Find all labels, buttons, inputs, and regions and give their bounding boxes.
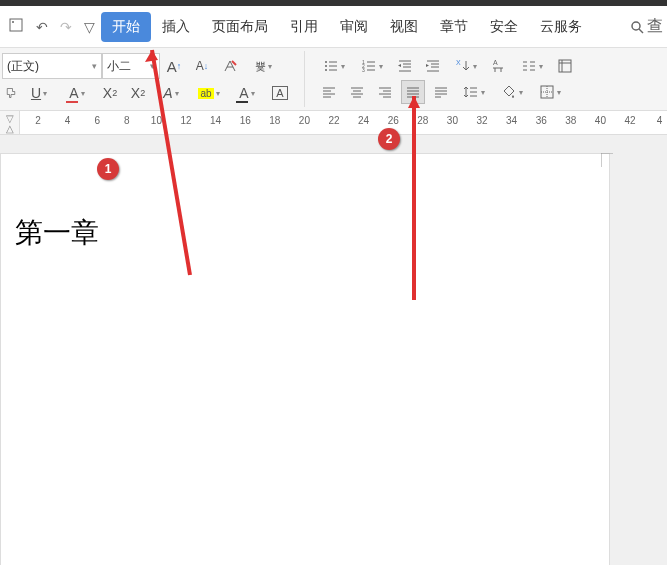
title-bar-left (0, 0, 190, 6)
sort-button[interactable]: X (449, 54, 483, 78)
ruler-tick-label: 18 (269, 115, 280, 126)
ruler-corner: ▽ △ (0, 111, 20, 134)
svg-point-1 (12, 21, 14, 23)
tab-reference[interactable]: 引用 (279, 12, 329, 42)
ruler-tick-label: 28 (417, 115, 428, 126)
ruler-tick-label: 38 (565, 115, 576, 126)
decrease-indent-button[interactable] (393, 54, 417, 78)
clear-format-button[interactable] (218, 54, 242, 78)
highlight-button[interactable]: ab (192, 81, 226, 105)
heading-text[interactable]: 第一章 (15, 214, 99, 252)
grow-font-button[interactable]: A↑ (162, 54, 186, 78)
tab-chapter[interactable]: 章节 (429, 12, 479, 42)
svg-rect-0 (10, 19, 22, 31)
format-painter-button[interactable] (4, 81, 18, 105)
font-name-select[interactable]: (正文) (2, 53, 102, 79)
increase-indent-button[interactable] (421, 54, 445, 78)
align-distribute-button[interactable] (429, 80, 453, 104)
ruler-tick-label: 12 (180, 115, 191, 126)
redo-icon[interactable]: ↷ (54, 19, 78, 35)
para-settings-button[interactable] (553, 54, 577, 78)
align-center-button[interactable] (345, 80, 369, 104)
ruler-tick-label: 14 (210, 115, 221, 126)
ruler-tick-label: 6 (94, 115, 100, 126)
text-color-button-2[interactable]: A (230, 81, 264, 105)
font-size-select[interactable]: 小二 (102, 53, 160, 79)
menu-bar: ↶ ↷ ▽ 开始 插入 页面布局 引用 审阅 视图 章节 安全 云服务 查 (0, 6, 667, 48)
tab-cloud[interactable]: 云服务 (529, 12, 593, 42)
search-area[interactable]: 查 (629, 16, 667, 37)
underline-button[interactable]: U (22, 81, 56, 105)
quick-access-icon[interactable] (2, 17, 30, 36)
superscript-button[interactable]: X2 (98, 81, 122, 105)
svg-point-6 (325, 65, 327, 67)
ruler-scale: 246810121416182022242628303234363840424 (20, 111, 667, 134)
svg-text:A: A (493, 59, 498, 66)
ruler-tick-label: 40 (595, 115, 606, 126)
tab-review[interactable]: 审阅 (329, 12, 379, 42)
customize-dropdown-icon[interactable]: ▽ (78, 19, 101, 35)
svg-point-2 (632, 22, 640, 30)
ruler-tick-label: 4 (657, 115, 663, 126)
svg-text:X: X (456, 59, 461, 66)
document-area: 第一章 (0, 135, 667, 565)
char-border-button[interactable]: A (268, 81, 292, 105)
text-effects-button[interactable]: A (154, 81, 188, 105)
tab-security[interactable]: 安全 (479, 12, 529, 42)
tab-settings-button[interactable] (515, 54, 549, 78)
ruler-tick-label: 32 (476, 115, 487, 126)
ruler-tick-label: 10 (151, 115, 162, 126)
align-right-button[interactable] (373, 80, 397, 104)
subscript-button[interactable]: X2 (126, 81, 150, 105)
svg-point-8 (325, 69, 327, 71)
toolbar-divider (304, 51, 305, 107)
numbering-button[interactable]: 123 (355, 54, 389, 78)
align-left-button[interactable] (317, 80, 341, 104)
svg-rect-33 (559, 60, 571, 72)
ruler-tick-label: 22 (328, 115, 339, 126)
horizontal-ruler[interactable]: ▽ △ 246810121416182022242628303234363840… (0, 111, 667, 135)
borders-button[interactable] (533, 80, 567, 104)
svg-point-4 (325, 61, 327, 63)
svg-text:3: 3 (362, 67, 365, 73)
bullets-button[interactable] (317, 54, 351, 78)
ruler-tick-label: 24 (358, 115, 369, 126)
document-page[interactable]: 第一章 (0, 153, 610, 565)
align-justify-button[interactable] (401, 80, 425, 104)
ruler-tick-label: 4 (65, 115, 71, 126)
ruler-tick-label: 34 (506, 115, 517, 126)
annotation-badge-2: 2 (378, 128, 400, 150)
page-corner-mark (601, 153, 659, 167)
tab-view[interactable]: 视图 (379, 12, 429, 42)
tab-insert[interactable]: 插入 (151, 12, 201, 42)
ruler-tick-label: 2 (35, 115, 41, 126)
ruler-tick-label: 8 (124, 115, 130, 126)
ruler-tick-label: 20 (299, 115, 310, 126)
ruler-tick-label: 26 (388, 115, 399, 126)
title-bar-right (524, 0, 667, 6)
show-marks-button[interactable]: A (487, 54, 511, 78)
title-bar-fragment (0, 0, 667, 6)
search-label: 查 (647, 16, 663, 37)
tab-page-layout[interactable]: 页面布局 (201, 12, 279, 42)
line-spacing-button[interactable] (457, 80, 491, 104)
annotation-badge-1: 1 (97, 158, 119, 180)
ruler-tick-label: 36 (536, 115, 547, 126)
phonetic-guide-button[interactable]: 쁓 (246, 54, 280, 78)
shrink-font-button[interactable]: A↓ (190, 54, 214, 78)
tab-start[interactable]: 开始 (101, 12, 151, 42)
svg-line-3 (639, 29, 643, 33)
ruler-tick-label: 30 (447, 115, 458, 126)
ruler-tick-label: 42 (624, 115, 635, 126)
search-icon (629, 19, 645, 35)
ribbon-toolbar: (正文) 小二 A↑ A↓ 쁓 U A X2 X2 A ab A A (0, 48, 667, 111)
ruler-tick-label: 16 (240, 115, 251, 126)
undo-icon[interactable]: ↶ (30, 19, 54, 35)
font-color-button[interactable]: A (60, 81, 94, 105)
shading-button[interactable] (495, 80, 529, 104)
